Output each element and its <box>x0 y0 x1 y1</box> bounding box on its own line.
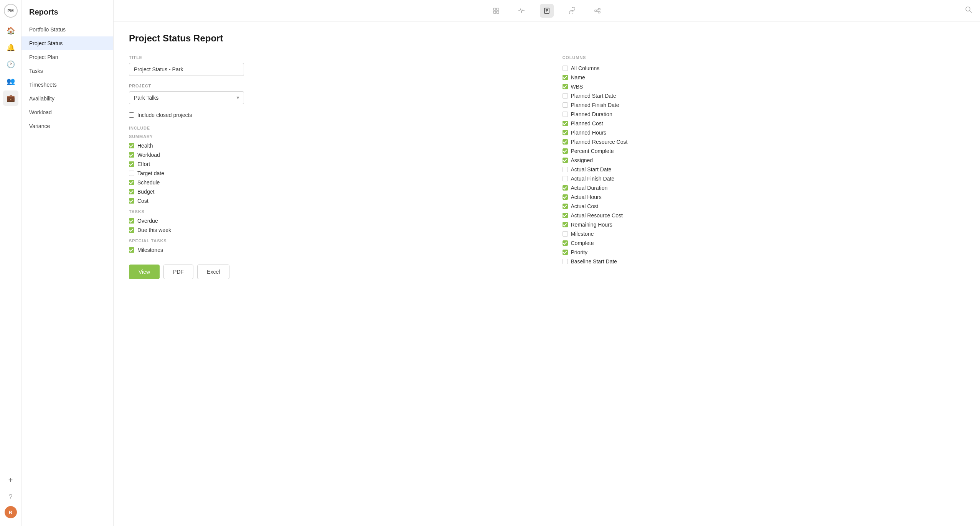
pulse-view-icon[interactable] <box>515 4 528 18</box>
target-date-label: Target date <box>137 170 164 176</box>
col-actual-duration-label: Actual Duration <box>571 185 608 191</box>
col-actual-hours-label: Actual Hours <box>571 194 602 200</box>
col-actual-resource-cost-checkbox[interactable] <box>563 213 568 218</box>
include-closed-checkbox[interactable] <box>129 112 134 118</box>
tasks-section-label: Tasks <box>129 209 531 214</box>
workload-checkbox[interactable] <box>129 152 134 158</box>
due-this-week-checkbox[interactable] <box>129 227 134 233</box>
svg-line-11 <box>597 9 598 11</box>
col-name: Name <box>563 74 965 81</box>
col-assigned-checkbox[interactable] <box>563 158 568 163</box>
col-complete-checkbox[interactable] <box>563 240 568 246</box>
col-assigned-label: Assigned <box>571 157 593 163</box>
title-label: TITLE <box>129 55 531 60</box>
col-wbs: WBS <box>563 84 965 90</box>
people-icon[interactable]: 👥 <box>3 74 18 89</box>
col-planned-cost-checkbox[interactable] <box>563 121 568 126</box>
title-input[interactable] <box>129 63 244 76</box>
grid-view-icon[interactable] <box>489 4 503 18</box>
col-complete-label: Complete <box>571 240 594 246</box>
col-planned-duration-label: Planned Duration <box>571 111 612 117</box>
col-milestone-checkbox[interactable] <box>563 231 568 237</box>
effort-checkbox[interactable] <box>129 161 134 167</box>
summary-health: Health <box>129 143 531 149</box>
col-planned-resource-cost: Planned Resource Cost <box>563 139 965 145</box>
project-field-group: PROJECT Park Talks ▼ <box>129 84 531 104</box>
target-date-checkbox[interactable] <box>129 171 134 176</box>
health-checkbox[interactable] <box>129 143 134 148</box>
svg-rect-2 <box>493 11 496 13</box>
col-planned-finish-checkbox[interactable] <box>563 102 568 108</box>
col-baseline-start-date: Baseline Start Date <box>563 258 965 265</box>
briefcase-icon[interactable]: 💼 <box>3 90 18 106</box>
summary-section-label: Summary <box>129 134 531 139</box>
special-tasks-section-label: Special Tasks <box>129 238 531 243</box>
summary-workload: Workload <box>129 152 531 158</box>
col-priority-checkbox[interactable] <box>563 250 568 255</box>
budget-checkbox[interactable] <box>129 189 134 194</box>
all-columns-checkbox[interactable] <box>563 66 568 71</box>
sidebar-item-portfolio-status[interactable]: Portfolio Status <box>21 23 113 36</box>
col-planned-start-checkbox[interactable] <box>563 93 568 99</box>
col-planned-finish-date: Planned Finish Date <box>563 102 965 108</box>
add-icon[interactable]: + <box>3 472 18 488</box>
col-planned-duration-checkbox[interactable] <box>563 112 568 117</box>
history-icon[interactable]: 🕐 <box>3 57 18 72</box>
title-field-group: TITLE <box>129 55 531 76</box>
col-planned-resource-cost-checkbox[interactable] <box>563 139 568 145</box>
svg-rect-0 <box>493 8 496 10</box>
col-actual-duration-checkbox[interactable] <box>563 185 568 191</box>
col-baseline-start-label: Baseline Start Date <box>571 258 617 265</box>
avatar[interactable]: R <box>5 506 17 518</box>
sidebar-item-project-plan[interactable]: Project Plan <box>21 50 113 64</box>
col-baseline-start-checkbox[interactable] <box>563 259 568 264</box>
sidebar-item-timesheets[interactable]: Timesheets <box>21 78 113 92</box>
col-percent-complete-checkbox[interactable] <box>563 148 568 154</box>
excel-button[interactable]: Excel <box>197 265 229 279</box>
search-icon[interactable] <box>965 6 972 15</box>
sidebar-item-project-status[interactable]: Project Status <box>21 36 113 50</box>
form-layout: TITLE PROJECT Park Talks ▼ Include close… <box>129 55 965 279</box>
tasks-overdue: Overdue <box>129 218 531 224</box>
home-icon[interactable]: 🏠 <box>3 23 18 38</box>
schedule-checkbox[interactable] <box>129 180 134 185</box>
sidebar-item-availability[interactable]: Availability <box>21 92 113 105</box>
view-button[interactable]: View <box>129 265 160 279</box>
col-name-label: Name <box>571 74 585 81</box>
sidebar-item-variance[interactable]: Variance <box>21 119 113 133</box>
col-planned-hours: Planned Hours <box>563 130 965 136</box>
pdf-button[interactable]: PDF <box>163 265 193 279</box>
col-all-columns: All Columns <box>563 65 965 71</box>
all-columns-label: All Columns <box>571 65 600 71</box>
col-actual-cost-checkbox[interactable] <box>563 204 568 209</box>
project-select[interactable]: Park Talks <box>129 91 244 104</box>
svg-point-13 <box>966 7 970 11</box>
col-name-checkbox[interactable] <box>563 75 568 80</box>
milestones-checkbox[interactable] <box>129 247 134 253</box>
sidebar-item-workload[interactable]: Workload <box>21 105 113 119</box>
col-priority: Priority <box>563 249 965 255</box>
list-view-icon[interactable] <box>540 4 554 18</box>
svg-rect-8 <box>595 10 597 12</box>
cost-checkbox[interactable] <box>129 198 134 204</box>
col-planned-hours-checkbox[interactable] <box>563 130 568 135</box>
due-this-week-label: Due this week <box>137 227 171 233</box>
col-complete: Complete <box>563 240 965 246</box>
summary-cost: Cost <box>129 198 531 204</box>
col-milestone-label: Milestone <box>571 231 594 237</box>
overdue-checkbox[interactable] <box>129 218 134 224</box>
include-closed-label[interactable]: Include closed projects <box>137 112 192 118</box>
link-view-icon[interactable] <box>565 4 579 18</box>
col-actual-start-checkbox[interactable] <box>563 167 568 172</box>
app-logo[interactable]: PM <box>4 4 18 18</box>
col-wbs-checkbox[interactable] <box>563 84 568 89</box>
columns-label: COLUMNS <box>563 55 965 60</box>
help-icon[interactable]: ? <box>3 489 18 505</box>
col-actual-hours-checkbox[interactable] <box>563 194 568 200</box>
sidebar-item-tasks[interactable]: Tasks <box>21 64 113 78</box>
col-actual-finish-label: Actual Finish Date <box>571 176 615 182</box>
col-remaining-hours-checkbox[interactable] <box>563 222 568 227</box>
tree-view-icon[interactable] <box>591 4 604 18</box>
col-actual-finish-checkbox[interactable] <box>563 176 568 181</box>
notification-icon[interactable]: 🔔 <box>3 40 18 55</box>
